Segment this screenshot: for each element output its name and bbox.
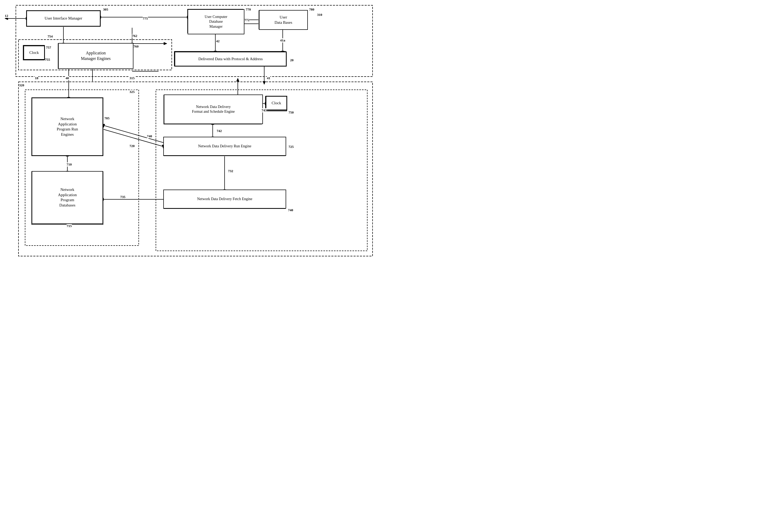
- svg-line-45: [104, 125, 163, 143]
- label-772: 772: [244, 18, 250, 22]
- label-754: 754: [47, 34, 53, 38]
- label-770: 770: [246, 7, 251, 12]
- label-705: 705: [104, 116, 110, 120]
- label-20: 20: [290, 58, 293, 62]
- clock-top-label: Clock: [29, 50, 39, 55]
- label-740: 740: [147, 134, 152, 138]
- clock-top-box: Clock: [23, 45, 45, 60]
- label-720: 720: [129, 144, 135, 148]
- label-12: 12: [5, 14, 8, 18]
- label-18: 18: [35, 76, 38, 80]
- delivered-data-box: Delivered Data with Protocol & Address: [174, 51, 287, 67]
- label-725: 725: [288, 145, 294, 149]
- clock-right-label: Clock: [271, 100, 281, 106]
- user-interface-manager-box: User Interface Manager: [27, 11, 101, 27]
- label-740-bottom: 740: [288, 208, 293, 212]
- network-data-delivery-fetch-box: Network Data Delivery Fetch Engine: [163, 190, 286, 209]
- label-41: 41: [267, 76, 270, 80]
- label-310: 310: [317, 13, 322, 17]
- udb-label: UserData Bases: [274, 15, 292, 25]
- label-732: 732: [228, 169, 233, 173]
- label-780: 780: [309, 7, 314, 12]
- nddre-label: Network Data Delivery Run Engine: [198, 144, 251, 149]
- user-computer-database-manager-box: User ComputerDatabaseManager: [188, 9, 244, 34]
- label-42: 42: [216, 39, 220, 43]
- label-742: 742: [217, 129, 222, 133]
- ame-label: ApplicationManager Engines: [81, 50, 111, 61]
- label-755: 755: [45, 58, 50, 62]
- label-757: 757: [46, 45, 51, 50]
- nddfs-label: Network Data DeliveryFormat and Schedule…: [192, 104, 235, 114]
- network-data-delivery-format-box: Network Data DeliveryFormat and Schedule…: [164, 95, 263, 124]
- clock-right-box: Clock: [266, 96, 287, 110]
- label-750: 750: [288, 110, 294, 114]
- ucdm-label: User ComputerDatabaseManager: [205, 15, 227, 29]
- napre-label: NetworkApplicationProgram RunEngines: [57, 116, 78, 137]
- network-app-run-engines-box: NetworkApplicationProgram RunEngines: [32, 98, 103, 156]
- diagram: User Interface Manager User ComputerData…: [0, 0, 381, 266]
- label-320: 320: [19, 83, 24, 87]
- label-760: 760: [133, 44, 139, 48]
- label-762: 762: [132, 34, 137, 38]
- label-743: 743: [262, 108, 267, 112]
- label-315: 315: [129, 76, 135, 80]
- svg-marker-58: [237, 78, 239, 81]
- svg-marker-32: [164, 42, 167, 45]
- network-app-databases-box: NetworkApplicationProgramDatabases: [32, 171, 103, 224]
- application-manager-engines-box: ApplicationManager Engines: [58, 43, 133, 69]
- label-735: 735: [120, 195, 125, 199]
- label-775: 775: [143, 16, 148, 21]
- nddfe-label: Network Data Delivery Fetch Engine: [197, 197, 252, 201]
- user-data-bases-box: UserData Bases: [259, 10, 308, 30]
- label-40: 40: [65, 76, 69, 80]
- label-710: 710: [67, 163, 72, 166]
- label-325: 325: [129, 90, 135, 94]
- napdb-label: NetworkApplicationProgramDatabases: [58, 187, 77, 208]
- label-41a: 41a: [280, 38, 285, 42]
- delivered-data-label: Delivered Data with Protocol & Address: [198, 56, 263, 62]
- label-305: 305: [103, 7, 108, 12]
- svg-marker-38: [263, 81, 266, 85]
- user-interface-manager-label: User Interface Manager: [45, 16, 82, 21]
- label-715: 715: [67, 224, 72, 228]
- network-data-delivery-run-box: Network Data Delivery Run Engine: [163, 137, 286, 156]
